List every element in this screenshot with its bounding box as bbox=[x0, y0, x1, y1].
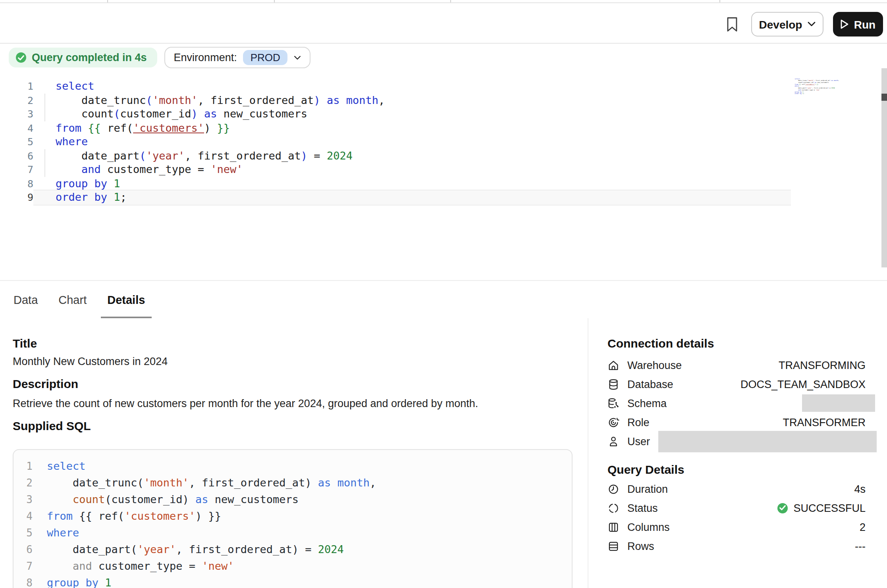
code-line: 1select bbox=[13, 458, 572, 475]
details-panel: Title Monthly New Customers in 2024 Desc… bbox=[0, 318, 887, 588]
app-window: Develop Run Query completed in 4 bbox=[0, 0, 887, 588]
run-button[interactable]: Run bbox=[833, 12, 883, 37]
code-line: 7 and customer_type = 'new' bbox=[13, 558, 572, 575]
row-label: User bbox=[627, 435, 650, 447]
sql-code-editor[interactable]: 1select2 date_trunc('month', first_order… bbox=[0, 79, 791, 204]
row-value: 4s bbox=[854, 483, 866, 495]
row-label: Role bbox=[627, 416, 650, 428]
code-text: select bbox=[33, 79, 791, 93]
code-text: date_part('year', first_ordered_at) = 20… bbox=[33, 149, 791, 163]
row-label: Duration bbox=[627, 483, 668, 495]
supplied-sql-heading: Supplied SQL bbox=[13, 419, 91, 432]
tab-divider bbox=[107, 0, 108, 2]
tab-chart-label: Chart bbox=[58, 293, 87, 306]
status-icon bbox=[607, 502, 619, 514]
bookmark-button[interactable] bbox=[724, 17, 740, 36]
code-line: 6 date_part('year', first_ordered_at) = … bbox=[0, 149, 791, 163]
line-number: 7 bbox=[0, 163, 33, 177]
row-value: DOCS_TEAM_SANDBOX bbox=[740, 378, 866, 390]
indent-guide bbox=[44, 149, 45, 163]
line-number: 2 bbox=[0, 93, 33, 107]
code-text: count(customer_id) as new_customers bbox=[33, 107, 791, 121]
description-heading: Description bbox=[13, 377, 78, 390]
role-icon bbox=[607, 416, 619, 428]
row-label: Database bbox=[627, 378, 673, 390]
code-line: 5where bbox=[0, 135, 791, 149]
row-label: Status bbox=[627, 502, 658, 514]
code-text: select bbox=[33, 458, 572, 475]
environment-selector[interactable]: Environment: PROD bbox=[164, 47, 310, 68]
duration-icon bbox=[607, 483, 619, 495]
develop-menu-button[interactable]: Develop bbox=[751, 12, 823, 37]
code-text: and customer_type = 'new' bbox=[33, 558, 572, 575]
minimap-code: select date_trunc('month', first_ordered… bbox=[792, 78, 839, 95]
code-text: date_part('year', first_ordered_at) = 20… bbox=[33, 541, 572, 558]
line-number: 3 bbox=[0, 107, 33, 121]
connection-row-user: User bbox=[607, 432, 866, 451]
title-heading: Title bbox=[13, 336, 37, 350]
code-line: 4from {{ ref('customers') }} bbox=[0, 121, 791, 135]
line-number: 6 bbox=[0, 149, 33, 163]
details-right-column: Connection details WarehouseTRANSFORMING… bbox=[588, 318, 887, 588]
code-line: 3 count(customer_id) as new_customers bbox=[0, 107, 791, 121]
code-text: where bbox=[33, 135, 791, 149]
chevron-down-icon bbox=[808, 21, 816, 27]
row-value: TRANSFORMING bbox=[779, 359, 866, 371]
redacted-value-box bbox=[802, 394, 875, 412]
title-value: Monthly New Customers in 2024 bbox=[13, 355, 168, 367]
code-line: 6 date_part('year', first_ordered_at) = … bbox=[13, 541, 572, 558]
check-circle-icon bbox=[16, 52, 26, 63]
line-number: 9 bbox=[0, 190, 33, 204]
query-details-rows: Duration4sStatusSUCCESSFULColumns2Rows--… bbox=[607, 479, 866, 555]
line-number: 8 bbox=[13, 575, 33, 588]
environment-value-chip: PROD bbox=[243, 50, 287, 65]
code-line: 2 date_trunc('month', first_ordered_at) … bbox=[13, 475, 572, 491]
code-text: date_trunc('month', first_ordered_at) as… bbox=[33, 93, 791, 107]
connection-details-heading: Connection details bbox=[607, 336, 714, 350]
query-row-duration: Duration4s bbox=[607, 479, 866, 498]
tab-data[interactable]: Data bbox=[13, 281, 39, 318]
run-label: Run bbox=[854, 18, 875, 31]
line-number: 1 bbox=[0, 79, 33, 93]
connection-row-role: RoleTRANSFORMER bbox=[607, 413, 866, 432]
editor-minimap[interactable]: select date_trunc('month', first_ordered… bbox=[792, 78, 839, 98]
indent-guide bbox=[44, 93, 45, 107]
chevron-down-icon bbox=[294, 55, 301, 60]
play-icon bbox=[841, 19, 849, 29]
row-label: Schema bbox=[627, 397, 667, 409]
query-status-pill: Query completed in 4s bbox=[9, 48, 157, 67]
line-number: 5 bbox=[0, 135, 33, 149]
code-line: order by 1; bbox=[792, 93, 839, 95]
code-line: 5where bbox=[13, 525, 572, 541]
line-number: 8 bbox=[0, 177, 33, 190]
row-label: Rows bbox=[627, 540, 654, 552]
line-number: 6 bbox=[13, 541, 33, 558]
connection-row-database: DatabaseDOCS_TEAM_SANDBOX bbox=[607, 375, 866, 394]
tab-divider bbox=[719, 0, 720, 2]
schema-icon bbox=[607, 397, 619, 409]
row-label: Columns bbox=[627, 521, 670, 533]
environment-label: Environment: bbox=[174, 52, 237, 63]
tab-chart[interactable]: Chart bbox=[58, 281, 87, 318]
code-text: count(customer_id) as new_customers bbox=[33, 491, 572, 508]
code-line: 4from {{ ref('customers') }} bbox=[13, 508, 572, 525]
redacted-value-box bbox=[658, 430, 877, 452]
row-value: TRANSFORMER bbox=[783, 416, 866, 428]
tab-divider bbox=[450, 0, 451, 2]
tab-details[interactable]: Details bbox=[106, 281, 146, 318]
success-check-icon bbox=[777, 503, 788, 513]
code-line: 2 date_trunc('month', first_ordered_at) … bbox=[0, 93, 791, 107]
top-tab-strip bbox=[0, 0, 887, 3]
bookmark-icon bbox=[726, 17, 739, 33]
code-text: from {{ ref('customers') }} bbox=[33, 508, 572, 525]
tab-divider bbox=[274, 0, 275, 2]
code-line: 8group by 1 bbox=[0, 177, 791, 190]
connection-row-schema: Schema bbox=[607, 394, 866, 413]
query-row-status: StatusSUCCESSFUL bbox=[607, 498, 866, 517]
editor-scrollbar-thumb[interactable] bbox=[881, 94, 887, 101]
query-row-columns: Columns2 bbox=[607, 517, 866, 536]
query-details-heading: Query Details bbox=[607, 463, 684, 476]
connection-details-rows: WarehouseTRANSFORMINGDatabaseDOCS_TEAM_S… bbox=[607, 355, 866, 451]
code-line: 1select bbox=[0, 79, 791, 93]
line-number: 2 bbox=[13, 475, 33, 491]
